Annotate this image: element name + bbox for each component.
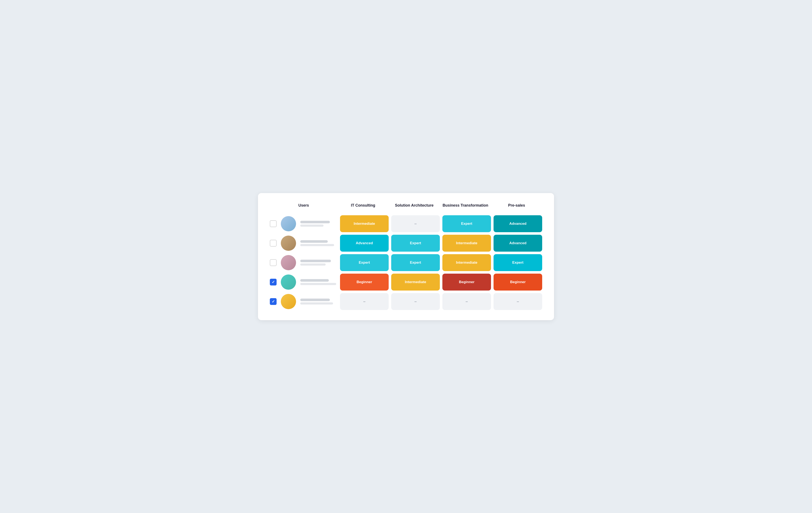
skills-table: Users IT Consulting Solution Architectur…	[270, 203, 542, 310]
table-row: AdvancedExpertIntermediateAdvanced	[270, 235, 542, 252]
skill-cell-3[interactable]: Advanced	[494, 235, 542, 252]
skill-cell-0[interactable]: –	[340, 293, 389, 310]
skill-cell-1[interactable]: Expert	[391, 235, 440, 252]
table-row: ExpertExpertIntermediateExpert	[270, 254, 542, 271]
table-row: Intermediate–ExpertAdvanced	[270, 215, 542, 232]
skill-cell-2[interactable]: Intermediate	[442, 254, 491, 271]
user-info	[300, 279, 336, 285]
table-body: Intermediate–ExpertAdvancedAdvancedExper…	[270, 215, 542, 310]
avatar	[281, 255, 296, 270]
skill-cell-0[interactable]: Intermediate	[340, 215, 389, 232]
main-card: Users IT Consulting Solution Architectur…	[258, 193, 554, 320]
skill-cell-3[interactable]: Advanced	[494, 215, 542, 232]
user-info	[300, 240, 334, 246]
user-info	[300, 298, 333, 305]
skill-cell-3[interactable]: Beginner	[494, 274, 542, 290]
user-cell	[270, 216, 338, 231]
user-sub-bar	[300, 244, 334, 246]
user-cell	[270, 275, 338, 290]
avatar	[281, 235, 296, 251]
user-name-bar	[300, 298, 330, 301]
user-cell	[270, 255, 338, 270]
user-checkbox[interactable]	[270, 220, 277, 227]
skill-cell-0[interactable]: Advanced	[340, 235, 389, 252]
avatar	[281, 294, 296, 309]
user-info	[300, 221, 333, 227]
skill-cell-3[interactable]: –	[494, 293, 542, 310]
skill-cell-2[interactable]: –	[442, 293, 491, 310]
user-sub-bar	[300, 303, 333, 305]
skill-cell-1[interactable]: Intermediate	[391, 274, 440, 290]
user-sub-bar	[300, 225, 323, 227]
skill-cell-2[interactable]: Beginner	[442, 274, 491, 290]
user-name-bar	[300, 279, 329, 282]
avatar	[281, 275, 296, 290]
table-header: Users IT Consulting Solution Architectur…	[270, 203, 542, 211]
table-row: BeginnerIntermediateBeginnerBeginner	[270, 274, 542, 290]
user-cell	[270, 294, 338, 309]
col-header-solution: Solution Architecture	[389, 203, 440, 208]
user-checkbox[interactable]	[270, 240, 277, 247]
skill-cell-1[interactable]: –	[391, 215, 440, 232]
col-header-it: IT Consulting	[338, 203, 389, 208]
skill-cell-0[interactable]: Expert	[340, 254, 389, 271]
user-sub-bar	[300, 283, 336, 285]
col-header-users: Users	[270, 203, 338, 208]
user-checkbox[interactable]	[270, 298, 277, 305]
user-checkbox[interactable]	[270, 259, 277, 266]
skill-cell-3[interactable]: Expert	[494, 254, 542, 271]
user-checkbox[interactable]	[270, 279, 277, 285]
user-sub-bar	[300, 263, 326, 265]
avatar	[281, 216, 296, 231]
user-info	[300, 260, 333, 265]
skill-cell-0[interactable]: Beginner	[340, 274, 389, 290]
skill-cell-2[interactable]: Expert	[442, 215, 491, 232]
col-header-business: Business Transformation	[440, 203, 491, 208]
user-name-bar	[300, 221, 330, 223]
user-name-bar	[300, 240, 328, 243]
table-row: ––––	[270, 293, 542, 310]
user-cell	[270, 235, 338, 251]
user-name-bar	[300, 260, 331, 262]
skill-cell-1[interactable]: Expert	[391, 254, 440, 271]
skill-cell-1[interactable]: –	[391, 293, 440, 310]
col-header-presales: Pre-sales	[491, 203, 542, 208]
skill-cell-2[interactable]: Intermediate	[442, 235, 491, 252]
